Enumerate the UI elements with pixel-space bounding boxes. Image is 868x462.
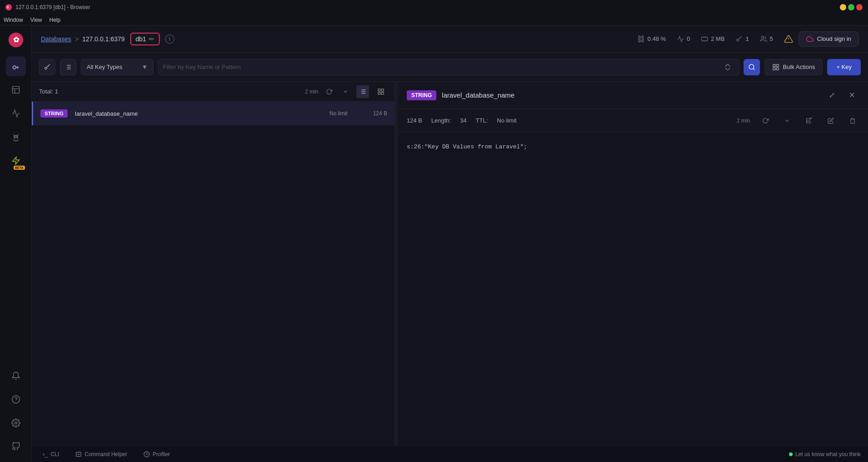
svg-rect-27 <box>773 68 775 70</box>
key-list-panel: Total: 1 2 min <box>32 82 395 446</box>
svg-rect-11 <box>701 37 707 41</box>
sidebar-item-settings[interactable] <box>6 413 26 433</box>
svg-text:✿: ✿ <box>13 35 19 44</box>
command-helper-button[interactable]: Command Helper <box>72 449 131 459</box>
cli-prompt-icon: ›_ <box>43 451 48 457</box>
title-bar-left: ✿ 127.0.0.1:6379 [db1] - Browser <box>5 4 90 10</box>
meta-refresh-button[interactable] <box>759 114 772 127</box>
bulk-actions-button[interactable]: Bulk Actions <box>764 59 823 75</box>
grid-view-button[interactable] <box>375 85 387 98</box>
svg-text:✿: ✿ <box>6 5 9 9</box>
cpu-stat: 0.48 % <box>637 35 666 43</box>
browser-area: All Key Types ▼ <box>32 53 868 446</box>
menu-view[interactable]: View <box>30 17 42 23</box>
connections-icon <box>677 35 684 43</box>
svg-rect-25 <box>776 64 779 67</box>
minimize-button[interactable] <box>840 4 846 10</box>
db-badge[interactable]: db1 ✏ <box>130 33 160 45</box>
svg-rect-34 <box>378 89 380 91</box>
total-count: Total: 1 <box>39 88 58 95</box>
memory-stat: 2 MB <box>701 35 725 43</box>
sidebar-item-keys[interactable] <box>6 56 26 76</box>
alert-icon <box>784 34 793 44</box>
list-icon <box>64 64 72 71</box>
detail-value: s:26:"Key DB Values from Laravel"; <box>407 143 527 150</box>
clients-icon <box>760 35 767 43</box>
svg-point-23 <box>749 64 754 69</box>
sidebar-item-pubsub[interactable] <box>6 127 26 147</box>
meta-edit-button[interactable] <box>824 114 837 127</box>
key-icon-btn[interactable] <box>39 59 55 75</box>
meta-copy-button[interactable] <box>803 114 815 127</box>
key-name: laravel_database_name <box>75 110 322 117</box>
key-type-badge: STRING <box>40 109 68 118</box>
menu-window[interactable]: Window <box>4 17 23 23</box>
list-icon-btn[interactable] <box>60 59 76 75</box>
list-view-button[interactable] <box>356 85 369 98</box>
svg-point-13 <box>761 36 764 39</box>
title-bar-text: 127.0.0.1:6379 [db1] - Browser <box>15 4 90 10</box>
profiler-icon <box>143 451 150 457</box>
feedback-label: Let us know what you think <box>795 451 861 457</box>
profiler-button[interactable]: Profiler <box>140 449 173 459</box>
close-button[interactable]: ✕ <box>844 88 859 103</box>
main-content: Databases > 127.0.0.1:6379 db1 ✏ i 0.48 … <box>32 25 868 462</box>
close-button[interactable] <box>856 4 863 10</box>
expand-button[interactable]: ⤢ <box>824 88 839 103</box>
cpu-icon <box>637 35 645 43</box>
sidebar-item-browser[interactable] <box>6 80 26 100</box>
bulk-actions-label: Bulk Actions <box>783 64 815 70</box>
detail-time: 2 min <box>737 118 750 124</box>
maximize-button[interactable] <box>848 4 854 10</box>
key-small-icon <box>44 64 51 71</box>
connections-stat: 0 <box>677 35 690 43</box>
cli-button[interactable]: ›_ CLI <box>39 449 63 459</box>
databases-link[interactable]: Databases <box>41 35 71 43</box>
edit-db-icon[interactable]: ✏ <box>149 35 154 43</box>
svg-rect-38 <box>807 118 809 121</box>
sidebar-item-analytics[interactable] <box>6 103 26 123</box>
header-stats: 0.48 % 0 2 MB <box>637 34 793 44</box>
menu-bar: Window View Help <box>0 15 868 25</box>
key-ttl: No limit <box>330 110 366 117</box>
data-area: Total: 1 2 min <box>32 82 868 446</box>
table-row[interactable]: STRING laravel_database_name No limit 12… <box>32 102 395 125</box>
refresh-button[interactable] <box>324 86 335 97</box>
key-size: 124 B <box>373 110 387 117</box>
sidebar-item-github[interactable] <box>6 437 26 457</box>
svg-marker-6 <box>12 157 19 165</box>
meta-delete-button[interactable] <box>846 114 859 127</box>
header: Databases > 127.0.0.1:6379 db1 ✏ i 0.48 … <box>32 25 868 53</box>
sidebar-item-help[interactable] <box>6 389 26 409</box>
meta-dropdown-button[interactable] <box>781 114 794 127</box>
key-type-label: All Key Types <box>87 64 123 70</box>
sidebar: ✿ BETA <box>0 25 32 462</box>
sidebar-bottom <box>6 366 26 457</box>
memory-value: 2 MB <box>711 35 725 42</box>
command-helper-icon <box>75 451 82 457</box>
connections-value: 0 <box>687 35 690 42</box>
cloud-icon <box>806 35 814 43</box>
beta-badge: BETA <box>14 166 25 170</box>
info-icon[interactable]: i <box>165 34 174 44</box>
detail-meta: 124 B Length: 34 TTL: No limit 2 min <box>398 109 868 133</box>
key-list-header: Total: 1 2 min <box>32 82 395 102</box>
dropdown-button[interactable] <box>340 86 351 97</box>
svg-rect-26 <box>776 68 779 70</box>
search-button[interactable] <box>744 59 760 75</box>
sidebar-item-beta[interactable]: BETA <box>6 151 26 171</box>
sort-icon[interactable] <box>721 61 734 74</box>
filter-input[interactable] <box>163 64 718 70</box>
key-type-selector[interactable]: All Key Types ▼ <box>81 59 153 75</box>
detail-length-label: Length: <box>431 117 451 124</box>
add-key-button[interactable]: + Key <box>827 59 861 75</box>
cpu-value: 0.48 % <box>647 35 666 42</box>
app-icon: ✿ <box>5 4 12 10</box>
alert-stat <box>784 34 793 44</box>
menu-help[interactable]: Help <box>49 17 60 23</box>
bulk-icon <box>772 64 779 71</box>
feedback-button[interactable]: Let us know what you think <box>789 451 861 457</box>
list-time-label: 2 min <box>305 88 318 95</box>
cloud-sign-in-button[interactable]: Cloud sign in <box>799 31 859 47</box>
sidebar-item-notifications[interactable] <box>6 366 26 386</box>
